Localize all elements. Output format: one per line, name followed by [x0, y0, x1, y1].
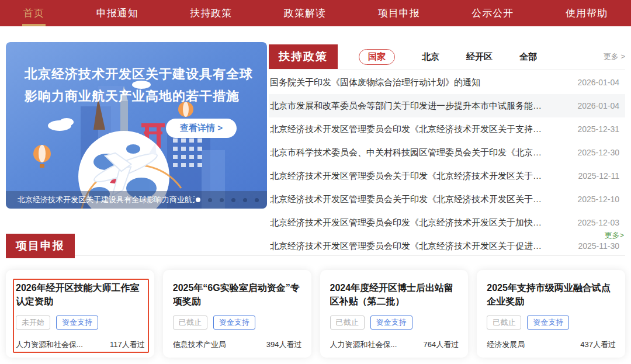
carousel-dot[interactable]: [243, 198, 247, 202]
policy-item-title: 北京市科学技术委员会、中关村科技园区管理委员会关于印发《北京市科...: [270, 147, 547, 158]
banner-carousel[interactable]: 北京经济技术开发区关于建设具有全球影响力商业航天产业高地的若干措施 查看详情 >…: [6, 42, 267, 209]
policy-list-item[interactable]: 国务院关于印发《固体废物综合治理行动计划》的通知 2026-01-04: [269, 71, 625, 94]
policy-tab-national[interactable]: 国家: [359, 49, 395, 65]
policy-item-date: 2025-12-03: [577, 218, 619, 227]
projects-section: 项目申报 更多>: [6, 234, 625, 256]
policy-tab-etown[interactable]: 经开区: [466, 51, 493, 63]
policy-section-title: 扶持政策: [269, 44, 338, 69]
policy-item-date: 2025-12-11: [578, 171, 619, 181]
nav-item-interpretation[interactable]: 政策解读: [284, 0, 326, 26]
funding-badge: 资金支持: [56, 316, 98, 330]
carousel-dot[interactable]: [231, 198, 235, 202]
policy-item-title: 北京经济技术开发区管理委员会印发《北京经济技术开发区关于加快建设...: [270, 217, 547, 228]
project-card-org: 信息技术产业局: [173, 339, 226, 350]
project-card-footer: 人力资源和社会保... 117人看过: [16, 339, 145, 350]
policy-item-date: 2025-12-31: [577, 124, 619, 134]
policy-list-item[interactable]: 北京市发展和改革委员会等部门关于印发进一步提升本市中试服务能力促... 2026…: [269, 94, 625, 117]
policy-tabs: 国家 北京 经开区 全部: [359, 49, 537, 65]
policy-list-item[interactable]: 北京经济技术开发区管理委员会印发《北京经济技术开发区关于加快建设... 2025…: [269, 211, 625, 234]
project-card-org: 人力资源和社会保...: [330, 339, 397, 350]
nav-item-publicity[interactable]: 公示公开: [471, 0, 514, 26]
nav-item-notices[interactable]: 申报通知: [96, 0, 138, 26]
policy-item-title: 北京市发展和改革委员会等部门关于印发进一步提升本市中试服务能力促...: [270, 100, 547, 112]
project-card[interactable]: 2026年经开区技能大师工作室认定资助 未开始 资金支持 人力资源和社会保...…: [6, 270, 154, 358]
nav-item-home[interactable]: 首页: [23, 0, 44, 26]
project-card-title: 2026年经开区技能大师工作室认定资助: [16, 281, 145, 308]
carousel-dot[interactable]: [208, 198, 212, 202]
policy-item-title: 北京经济技术开发区管理委员会关于印发《北京经济技术开发区关于加快...: [270, 194, 547, 205]
balloon-left: [33, 145, 51, 168]
projects-more-link[interactable]: 更多>: [604, 230, 624, 241]
project-card[interactable]: 2025年支持市级两业融合试点企业奖励 已截止 资金支持 经济发展局 437人看…: [477, 270, 625, 358]
policy-item-title: 国务院关于印发《固体废物综合治理行动计划》的通知: [270, 77, 480, 88]
nav-item-project-apply[interactable]: 项目申报: [378, 0, 420, 26]
homepage: 首页 申报通知 扶持政策 政策解读 项目申报 公示公开 使用帮助: [0, 0, 631, 364]
policy-item-title: 北京经济技术开发区管理委员会关于印发《北京经济技术开发区关于加快...: [270, 171, 547, 182]
banner-caption-bar: 北京经济技术开发区关于建设具有全球影响力商业航天产...: [6, 191, 267, 209]
projects-section-title: 项目申报: [6, 234, 75, 258]
carousel-dot[interactable]: [196, 197, 200, 202]
project-card-views: 764人看过: [424, 339, 459, 350]
policy-item-date: 2025-12-10: [577, 195, 619, 204]
policy-panel: 扶持政策 国家 北京 经开区 全部 更多 > 国务院关于印发《固体废物综合治理行…: [269, 44, 625, 258]
project-card-org: 经济发展局: [487, 339, 525, 350]
carousel-dot[interactable]: [220, 198, 224, 202]
banner-detail-button[interactable]: 查看详情 >: [166, 119, 237, 138]
policy-tab-all[interactable]: 全部: [519, 51, 537, 63]
status-badge: 未开始: [16, 316, 50, 330]
policy-list-item[interactable]: 北京经济技术开发区管理委员会印发《北京经济技术开发区关于支持合成... 2025…: [269, 117, 625, 141]
project-card-title: 2025年“6G实验室启动资金”专项奖励: [173, 281, 302, 308]
project-card-badges: 已截止 资金支持: [487, 316, 616, 330]
policy-list-item[interactable]: 北京经济技术开发区管理委员会关于印发《北京经济技术开发区关于加快... 2025…: [269, 188, 625, 211]
project-card-org: 人力资源和社会保...: [16, 339, 83, 350]
project-card-title: 2025年支持市级两业融合试点企业奖励: [487, 281, 616, 308]
project-card[interactable]: 2024年度经开区博士后出站留区补贴（第二批） 已截止 资金支持 人力资源和社会…: [320, 270, 469, 358]
status-badge: 已截止: [487, 316, 521, 330]
policy-item-date: 2026-01-04: [577, 78, 619, 87]
project-card-footer: 人力资源和社会保... 764人看过: [330, 339, 459, 350]
project-card-views: 437人看过: [580, 339, 616, 350]
policy-item-date: 2025-12-30: [577, 148, 619, 157]
top-nav: 首页 申报通知 扶持政策 政策解读 项目申报 公示公开 使用帮助: [0, 0, 631, 26]
nav-item-help[interactable]: 使用帮助: [566, 0, 608, 26]
project-card-badges: 未开始 资金支持: [16, 316, 145, 330]
project-card-footer: 信息技术产业局 394人看过: [173, 339, 302, 350]
policy-header: 扶持政策 国家 北京 经开区 全部 更多 >: [269, 44, 625, 70]
carousel-dot[interactable]: [255, 198, 259, 202]
project-card-title: 2024年度经开区博士后出站留区补贴（第二批）: [330, 281, 459, 308]
funding-badge: 资金支持: [370, 316, 412, 330]
policy-tab-beijing[interactable]: 北京: [422, 51, 439, 63]
status-badge: 已截止: [330, 316, 365, 330]
project-cards: 2026年经开区技能大师工作室认定资助 未开始 资金支持 人力资源和社会保...…: [6, 270, 625, 358]
banner-caption-text: 北京经济技术开发区关于建设具有全球影响力商业航天产...: [18, 195, 195, 205]
policy-list: 国务院关于印发《固体废物综合治理行动计划》的通知 2026-01-04 北京市发…: [269, 71, 625, 258]
nav-item-policies[interactable]: 扶持政策: [190, 0, 232, 26]
carousel-dots: [196, 197, 259, 202]
funding-badge: 资金支持: [213, 316, 255, 330]
policy-list-item[interactable]: 北京经济技术开发区管理委员会关于印发《北京经济技术开发区关于加快... 2025…: [269, 164, 625, 188]
project-card-badges: 已截止 资金支持: [330, 316, 459, 330]
project-card-badges: 已截止 资金支持: [173, 316, 302, 330]
banner-title: 北京经济技术开发区关于建设具有全球影响力商业航天产业高地的若干措施: [25, 63, 254, 108]
status-badge: 已截止: [173, 316, 207, 330]
policy-item-date: 2026-01-04: [577, 101, 619, 110]
policy-more-link[interactable]: 更多 >: [604, 51, 625, 62]
project-card-views: 117人看过: [110, 339, 145, 350]
project-card[interactable]: 2025年“6G实验室启动资金”专项奖励 已截止 资金支持 信息技术产业局 39…: [163, 270, 311, 358]
policy-item-title: 北京经济技术开发区管理委员会印发《北京经济技术开发区关于支持合成...: [270, 124, 547, 135]
project-card-footer: 经济发展局 437人看过: [487, 339, 616, 350]
projects-header: 项目申报 更多>: [6, 234, 625, 256]
project-card-views: 394人看过: [266, 339, 302, 350]
policy-list-item[interactable]: 北京市科学技术委员会、中关村科技园区管理委员会关于印发《北京市科... 2025…: [269, 141, 625, 164]
funding-badge: 资金支持: [527, 316, 569, 330]
